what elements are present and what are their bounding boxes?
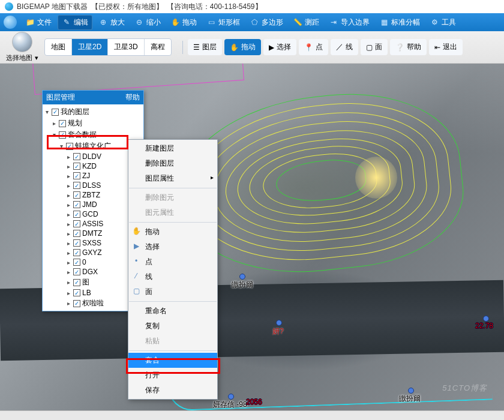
checkbox[interactable]: ✓	[73, 220, 80, 227]
line-icon: ／	[336, 42, 343, 52]
checkbox[interactable]: ✓	[66, 143, 73, 150]
ctx-save[interactable]: 保存	[128, 383, 217, 398]
menu-separator	[129, 350, 217, 351]
twisty-icon[interactable]: ▸	[65, 211, 71, 218]
select-tool-button[interactable]: ▶选择	[263, 39, 296, 55]
layer-btn-label: 图层	[202, 42, 217, 52]
tools-menu[interactable]: ⚙工具	[426, 16, 460, 29]
tree-label: ZJ	[82, 172, 90, 180]
ctx-polygon[interactable]: ▢面	[128, 284, 217, 299]
layer-panel-help-link[interactable]: 帮助	[125, 92, 140, 103]
rect-icon: ▭	[206, 17, 216, 27]
checkbox[interactable]: ✓	[73, 211, 80, 218]
ctx-point[interactable]: •点	[128, 254, 217, 269]
point-tool-button[interactable]: 📍点	[299, 39, 328, 55]
ctx-delete-layer[interactable]: 删除图层	[128, 156, 217, 171]
twisty-icon[interactable]: ▸	[65, 182, 71, 189]
ctx-line[interactable]: ⁄线	[128, 269, 217, 284]
edit-menu[interactable]: ✎编辑	[58, 15, 92, 30]
ctx-pan[interactable]: ✋拖动	[128, 224, 217, 239]
twisty-icon[interactable]: ▸	[65, 279, 71, 286]
checkbox[interactable]: ✓	[73, 259, 80, 266]
checkbox[interactable]: ✓	[73, 300, 80, 307]
file-menu[interactable]: 📁文件	[22, 16, 55, 29]
twisty-icon[interactable]: ▸	[65, 154, 71, 160]
map-source-button[interactable]: 选择地图 ▾	[4, 32, 41, 62]
checkbox[interactable]: ✓	[73, 279, 80, 286]
standard-label: 标准分幅	[391, 17, 420, 28]
map-pin[interactable]	[239, 274, 245, 280]
checkbox[interactable]: ✓	[73, 153, 80, 160]
twisty-icon[interactable]: ▸	[65, 290, 71, 296]
twisty-icon[interactable]: ▾	[58, 143, 64, 149]
twisty-icon[interactable]: ▸	[65, 259, 71, 266]
twisty-icon[interactable]: ▸	[65, 300, 71, 307]
twisty-icon[interactable]: ▸	[65, 250, 71, 256]
checkbox[interactable]: ✓	[73, 249, 80, 256]
twisty-icon[interactable]: ▸	[65, 221, 71, 227]
cursor-icon: ▶	[269, 43, 274, 52]
ctx-label: 图层属性	[145, 174, 174, 182]
measure-button[interactable]: 📏测距	[289, 16, 323, 29]
tab-sat3d[interactable]: 卫星3D	[108, 39, 144, 55]
ctx-select[interactable]: ▶选择	[128, 239, 217, 254]
checkbox[interactable]: ✓	[52, 109, 59, 116]
exit-button[interactable]: ⇤退出	[429, 39, 463, 55]
zoom-in-button[interactable]: ⊕放大	[95, 16, 128, 29]
pan-tool-button[interactable]: ✋拖动	[224, 39, 261, 55]
map-pin[interactable]	[408, 388, 414, 394]
checkbox[interactable]: ✓	[73, 191, 80, 199]
checkbox[interactable]: ✓	[73, 172, 80, 179]
checkbox[interactable]: ✓	[73, 239, 80, 247]
checkbox[interactable]: ✓	[59, 131, 66, 139]
tab-elevation[interactable]: 高程	[145, 39, 171, 55]
polygon-button[interactable]: ⬠多边形	[246, 16, 287, 29]
line-tool-button[interactable]: ／线	[331, 39, 358, 55]
tab-sat2d[interactable]: 卫星2D	[72, 39, 108, 55]
map-pin[interactable]	[483, 316, 489, 322]
tree-node-plan[interactable]: ▸✓规划	[44, 118, 142, 129]
ctx-open[interactable]: 打开	[128, 368, 217, 383]
ctx-copy[interactable]: 复制	[128, 319, 217, 334]
twisty-icon[interactable]: ▾	[51, 131, 57, 138]
twisty-icon[interactable]: ▸	[51, 120, 57, 127]
ctx-layer-props[interactable]: 图层属性▸	[128, 171, 217, 186]
tree-node-root[interactable]: ▾✓我的图层	[44, 106, 142, 118]
layer-panel-title: 图层管理	[46, 92, 75, 103]
layer-button[interactable]: ☰图层	[188, 39, 222, 55]
ctx-rename[interactable]: 重命名	[128, 304, 217, 319]
twisty-icon[interactable]: ▾	[44, 109, 50, 115]
checkbox[interactable]: ✓	[73, 163, 80, 170]
help-button[interactable]: ❔帮助	[390, 39, 427, 55]
zoomin-label: 放大	[110, 17, 125, 28]
map-pin[interactable]	[276, 320, 282, 326]
checkbox[interactable]: ✓	[73, 268, 80, 275]
twisty-icon[interactable]: ▸	[65, 240, 71, 247]
twisty-icon[interactable]: ▸	[65, 269, 71, 275]
twisty-icon[interactable]: ▸	[65, 230, 71, 237]
checkbox[interactable]: ✓	[73, 289, 80, 296]
rect-button[interactable]: ▭矩形框	[203, 16, 244, 29]
tab-map[interactable]: 地图	[45, 39, 72, 55]
zoom-out-button[interactable]: ⊖缩小	[131, 16, 164, 29]
standard-grid-button[interactable]: ▦标准分幅	[376, 16, 424, 29]
ctx-overlay[interactable]: 套合	[128, 353, 217, 368]
pan-button[interactable]: ✋拖动	[167, 16, 200, 29]
layer-panel-header[interactable]: 图层管理 帮助	[43, 91, 143, 104]
checkbox[interactable]: ✓	[59, 120, 66, 127]
checkbox[interactable]: ✓	[73, 201, 80, 208]
twisty-icon[interactable]: ▸	[65, 202, 71, 208]
twisty-icon[interactable]: ▸	[65, 163, 71, 170]
checkbox[interactable]: ✓	[73, 182, 80, 189]
checkbox[interactable]: ✓	[73, 230, 80, 237]
polygon-tool-button[interactable]: ▢面	[361, 39, 388, 55]
menu-separator	[129, 301, 217, 302]
ctx-new-layer[interactable]: 新建图层	[128, 141, 217, 156]
tree-label: KZD	[82, 162, 97, 170]
map-pin[interactable]	[228, 394, 234, 400]
twisty-icon[interactable]: ▸	[65, 192, 71, 199]
ctx-label: 点	[145, 257, 152, 266]
import-button[interactable]: ⇥导入边界	[325, 16, 373, 29]
separator	[182, 41, 183, 54]
twisty-icon[interactable]: ▸	[65, 173, 71, 179]
